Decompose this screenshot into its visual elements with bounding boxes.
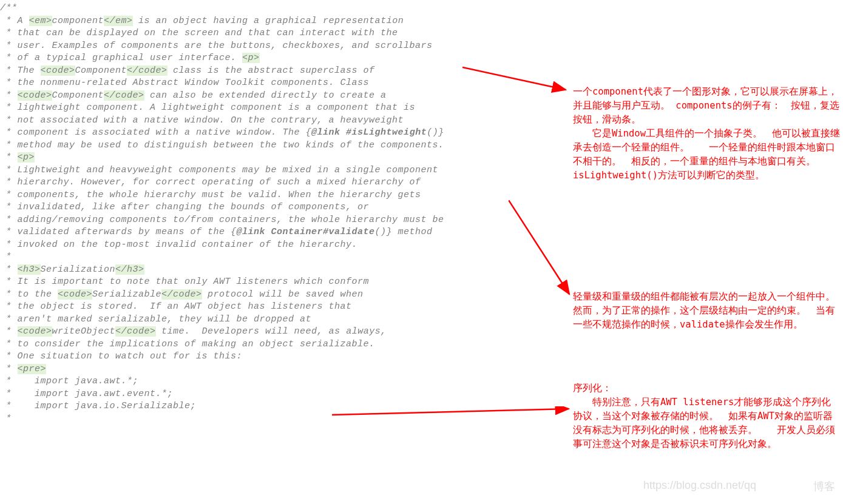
code-line: * aren't marked serializable, they will … bbox=[0, 314, 558, 326]
annotation-3: 序列化： 特别注意，只有AWT listeners才能够形成这个序列化协议，当这… bbox=[573, 381, 840, 451]
svg-line-1 bbox=[462, 67, 566, 90]
code-line: * to the <code>Serializable</code> proto… bbox=[0, 289, 558, 301]
code-line: * <h3>Serialization</h3> bbox=[0, 264, 558, 277]
code-line: * import java.awt.*; bbox=[0, 375, 558, 388]
code-line: * Lightweight and heavyweight components… bbox=[0, 164, 558, 177]
code-line: * A <em>component</em> is an object havi… bbox=[0, 15, 558, 28]
code-line: * validated afterwards by means of the {… bbox=[0, 226, 558, 239]
code-line: * One situation to watch out for is this… bbox=[0, 351, 558, 363]
code-line: * the object is stored. If an AWT object… bbox=[0, 301, 558, 314]
code-line: * to consider the implications of making… bbox=[0, 338, 558, 351]
code-line: * <p> bbox=[0, 152, 558, 164]
code-line: * import java.awt.event.*; bbox=[0, 388, 558, 401]
code-line: * component is associated with a native … bbox=[0, 127, 558, 139]
code-line: * components, the whole hierarchy must b… bbox=[0, 189, 558, 202]
code-line: * method may be used to distinguish betw… bbox=[0, 139, 558, 152]
watermark-csdn: https://blog.csdn.net/qq bbox=[643, 479, 756, 492]
code-line: * adding/removing components to/from con… bbox=[0, 214, 558, 227]
code-line: * <pre> bbox=[0, 363, 558, 376]
annotation-1: 一个component代表了一个图形对象，它可以展示在屏幕上，并且能够与用户互动… bbox=[573, 85, 840, 183]
arrow-2 bbox=[509, 200, 575, 300]
arrow-1 bbox=[462, 64, 572, 95]
code-line: * user. Examples of components are the b… bbox=[0, 40, 558, 53]
code-line: /** bbox=[0, 2, 558, 15]
code-line: * invoked on the top-most invalid contai… bbox=[0, 239, 558, 252]
code-line: * bbox=[0, 251, 558, 264]
svg-line-3 bbox=[509, 200, 569, 294]
code-line: * invalidated, like after changing the b… bbox=[0, 201, 558, 214]
arrow-3 bbox=[332, 406, 574, 418]
code-line: * that can be displayed on the screen an… bbox=[0, 27, 558, 40]
code-line: * <code>writeObject</code> time. Develop… bbox=[0, 326, 558, 338]
watermark-blog: 博客 bbox=[813, 479, 835, 494]
code-line: * It is important to note that only AWT … bbox=[0, 276, 558, 289]
svg-line-5 bbox=[332, 409, 569, 415]
code-line: * of a typical graphical user interface.… bbox=[0, 52, 558, 65]
code-line: * not associated with a native window. O… bbox=[0, 115, 558, 127]
code-line: * lightweight component. A lightweight c… bbox=[0, 102, 558, 115]
annotation-3-title: 序列化： bbox=[573, 381, 840, 395]
annotation-3-body: 特别注意，只有AWT listeners才能够形成这个序列化协议，当这个对象被存… bbox=[573, 395, 840, 451]
annotation-2: 轻量级和重量级的组件都能被有层次的一起放入一个组件中。 然而，为了正常的操作，这… bbox=[573, 290, 840, 332]
code-line: * hierarchy. However, for correct operat… bbox=[0, 176, 558, 189]
